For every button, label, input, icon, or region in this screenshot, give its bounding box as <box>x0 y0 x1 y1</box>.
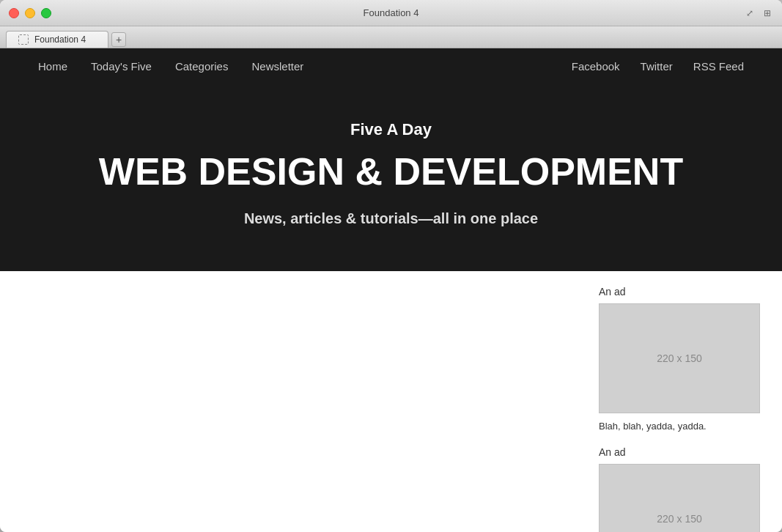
sidebar: An ad 220 x 150 Blah, blah, yadda, yadda… <box>584 286 760 532</box>
tab-favicon <box>18 34 29 45</box>
nav-item-twitter[interactable]: Twitter <box>632 48 682 84</box>
new-tab-button[interactable]: + <box>111 32 126 47</box>
ad-2-placeholder: 220 x 150 <box>599 464 760 532</box>
grid-icon[interactable]: ⊞ <box>761 7 773 19</box>
tab-label: Foundation 4 <box>34 34 86 45</box>
hero-subtitle: Five A Day <box>29 120 753 139</box>
ad-block-2: An ad 220 x 150 <box>599 446 760 532</box>
main-content <box>22 286 584 532</box>
ad-2-label: An ad <box>599 446 760 458</box>
nav-item-facebook[interactable]: Facebook <box>563 48 629 84</box>
browser-tab-active[interactable]: Foundation 4 <box>6 31 108 48</box>
window-title: Foundation 4 <box>364 7 419 18</box>
nav-item-home[interactable]: Home <box>29 48 76 84</box>
site-navigation: Home Today's Five Categories Newsletter … <box>0 48 782 84</box>
nav-item-newsletter[interactable]: Newsletter <box>243 48 312 84</box>
hero-description: News, articles & tutorials—all in one pl… <box>29 210 753 227</box>
nav-item-categories[interactable]: Categories <box>166 48 237 84</box>
content-area: An ad 220 x 150 Blah, blah, yadda, yadda… <box>0 271 782 532</box>
hero-section: Five A Day WEB DESIGN & DEVELOPMENT News… <box>0 84 782 271</box>
nav-left: Home Today's Five Categories Newsletter <box>29 48 312 84</box>
minimize-button[interactable] <box>25 8 35 18</box>
hero-title: WEB DESIGN & DEVELOPMENT <box>29 151 753 193</box>
nav-right: Facebook Twitter RSS Feed <box>563 48 753 84</box>
website-content: Home Today's Five Categories Newsletter … <box>0 48 782 532</box>
resize-icon[interactable]: ⤢ <box>744 7 756 19</box>
browser-window: Foundation 4 ⤢ ⊞ Foundation 4 + Home Tod… <box>0 0 782 532</box>
close-button[interactable] <box>9 8 19 18</box>
title-bar: Foundation 4 ⤢ ⊞ <box>0 0 782 26</box>
ad-1-placeholder: 220 x 150 <box>599 303 760 413</box>
ad-1-label: An ad <box>599 286 760 298</box>
title-bar-actions: ⤢ ⊞ <box>744 7 773 19</box>
ad-1-text: Blah, blah, yadda, yadda. <box>599 421 760 432</box>
maximize-button[interactable] <box>41 8 51 18</box>
ad-block-1: An ad 220 x 150 Blah, blah, yadda, yadda… <box>599 286 760 432</box>
nav-item-rss-feed[interactable]: RSS Feed <box>685 48 753 84</box>
nav-item-todays-five[interactable]: Today's Five <box>82 48 161 84</box>
tab-bar: Foundation 4 + <box>0 26 782 48</box>
window-controls <box>9 8 51 18</box>
